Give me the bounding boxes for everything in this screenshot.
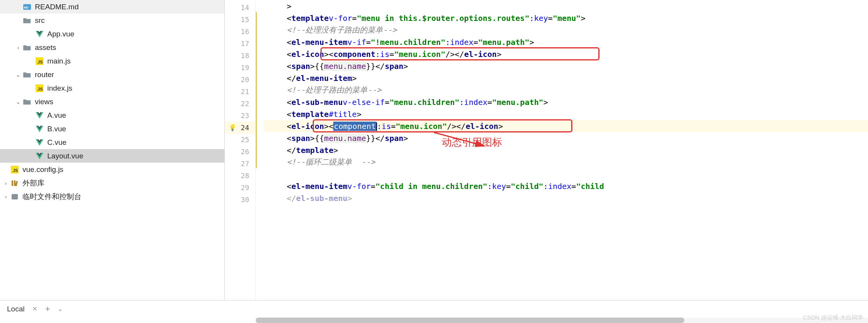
tree-item-label: index.js [47, 84, 72, 93]
tree-item-B-vue[interactable]: B.vue [0, 122, 224, 136]
svg-text:JS: JS [38, 87, 43, 91]
annotation-text: 动态引用图标 [442, 136, 502, 149]
close-icon[interactable]: ✕ [32, 305, 37, 313]
tree-item-label: src [35, 16, 45, 25]
tree-item-label: C.vue [47, 138, 67, 147]
tree-item-assets[interactable]: ›assets [0, 41, 224, 54]
code-line-28 [264, 168, 868, 180]
line-number: 18 [225, 50, 255, 62]
code-line-24: <el-icon><component :is="menu.icon"/></e… [264, 120, 868, 132]
line-number: 💡24 [225, 122, 255, 134]
js-icon: JS [34, 57, 45, 65]
code-line-18: <el-icon><component :is="menu.icon"/></e… [264, 48, 868, 60]
line-number: 16 [225, 26, 255, 38]
code-line-21: <!--处理子路由的菜单--> [264, 84, 868, 96]
lib-icon [9, 180, 20, 187]
js-icon: JS [34, 84, 45, 92]
code-line-19: <span>{{menu.name}}</span> [264, 60, 868, 72]
code-line-22: <el-sub-menu v-else-if="menu.children" :… [264, 96, 868, 108]
code-line-25: <span>{{menu.name}}</span> [264, 132, 868, 144]
folder-icon [22, 17, 33, 24]
line-number: 29 [225, 182, 255, 194]
js-icon: JS [9, 166, 20, 174]
chevron-icon: › [2, 194, 9, 200]
vue-icon [34, 153, 45, 160]
tree-item-label: README.md [35, 3, 79, 11]
code-editor[interactable]: > <template v-for="menu in this.$router.… [264, 0, 868, 300]
tree-item-router[interactable]: ⌄router [0, 68, 224, 81]
line-number: 25 [225, 134, 255, 146]
scrollbar-thumb[interactable] [256, 318, 684, 323]
chevron-icon: › [2, 180, 9, 186]
vue-icon [34, 125, 45, 132]
watermark: CSDN @运维·大白同学 [803, 314, 863, 321]
vue-icon [34, 112, 45, 119]
line-number: 19 [225, 62, 255, 74]
folder-icon [22, 99, 33, 105]
tree-item-src[interactable]: src [0, 14, 224, 27]
chevron-icon: ⌄ [15, 99, 22, 105]
line-number: 15 [225, 14, 255, 26]
svg-text:JS: JS [38, 60, 43, 64]
line-number: 23 [225, 110, 255, 122]
line-number: 22 [225, 98, 255, 110]
tree-item-label: App.vue [47, 30, 74, 38]
tree-item-label: vue.config.js [22, 165, 64, 174]
line-number: 20 [225, 74, 255, 86]
svg-rect-8 [12, 194, 18, 199]
line-number-gutter: 14151617181920212223💡24252627282930 [225, 0, 256, 300]
folder-icon [22, 45, 33, 51]
chevron-icon: › [15, 45, 22, 51]
git-branch-tab[interactable]: Local [7, 305, 24, 313]
tree-item-views[interactable]: ⌄views [0, 95, 224, 108]
tree-item-外部库[interactable]: ›外部库 [0, 176, 224, 190]
bottom-tool-panel: Local ✕ + ⌄ [0, 300, 868, 317]
tree-item-C-vue[interactable]: C.vue [0, 136, 224, 149]
tree-item-label: router [35, 70, 54, 79]
tree-item-Layout-vue[interactable]: Layout.vue [0, 149, 224, 163]
line-number: 14 [225, 2, 255, 14]
tree-item-label: 临时文件和控制台 [22, 192, 81, 202]
svg-text:JS: JS [13, 168, 18, 173]
tree-item-label: Layout.vue [47, 152, 83, 160]
md-icon: MD [22, 3, 33, 10]
tree-item-App-vue[interactable]: App.vue [0, 27, 224, 41]
line-number: 28 [225, 170, 255, 182]
tree-item-label: A.vue [47, 111, 66, 120]
vue-icon [34, 31, 45, 38]
tree-item-label: B.vue [47, 125, 66, 133]
folder-icon [22, 72, 33, 78]
line-number: 26 [225, 146, 255, 158]
line-number: 17 [225, 38, 255, 50]
line-number: 21 [225, 86, 255, 98]
add-icon[interactable]: + [45, 304, 50, 314]
tree-item-main-js[interactable]: JSmain.js [0, 54, 224, 68]
line-number: 27 [225, 158, 255, 170]
code-line-23: <template #title> [264, 108, 868, 120]
tree-item-README-md[interactable]: MDREADME.md [0, 0, 224, 14]
code-line-29: <el-menu-item v-for="child in menu.child… [264, 180, 868, 192]
vue-icon [34, 139, 45, 146]
code-line-27: <!--循环二级菜单 --> [264, 156, 868, 168]
chevron-down-icon[interactable]: ⌄ [58, 305, 63, 313]
tree-item-label: assets [35, 43, 56, 52]
tree-item-A-vue[interactable]: A.vue [0, 108, 224, 122]
tree-item-label: 外部库 [22, 178, 45, 188]
chevron-icon: ⌄ [15, 72, 22, 78]
code-line-15: <template v-for="menu in this.$router.op… [264, 12, 868, 24]
tree-item-label: views [35, 98, 53, 106]
project-tree: MDREADME.mdsrcApp.vue›assetsJSmain.js⌄ro… [0, 0, 225, 300]
line-number: 30 [225, 194, 255, 206]
code-line-17: <el-menu-item v-if="!menu.children" :ind… [264, 36, 868, 48]
scratch-icon [9, 193, 20, 200]
svg-text:MD: MD [24, 5, 28, 9]
bulb-icon[interactable]: 💡 [229, 124, 236, 131]
tree-item-index-js[interactable]: JSindex.js [0, 81, 224, 95]
code-line-30: </el-sub-menu> [264, 192, 868, 204]
tree-item-label: main.js [47, 57, 71, 65]
code-line-20: </el-menu-item> [264, 72, 868, 84]
tree-item-vue-config-js[interactable]: JSvue.config.js [0, 163, 224, 176]
change-markers [256, 0, 264, 300]
tree-item-临时文件和控制台[interactable]: ›临时文件和控制台 [0, 190, 224, 203]
horizontal-scrollbar[interactable] [256, 318, 868, 323]
